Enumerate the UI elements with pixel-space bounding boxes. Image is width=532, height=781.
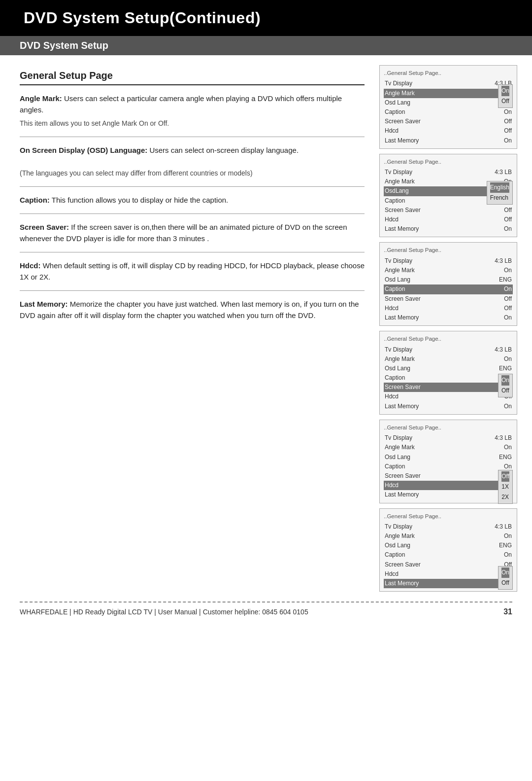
row-label-4-4: Screen Saver [385,471,429,481]
dropdown-item-1-1[interactable]: French [490,193,509,203]
panel-row-1-0: Tv Display4:3 LB [384,168,513,177]
row-value-5-3: On [492,550,512,560]
row-label-5-6: Last Memory [385,579,429,588]
panel-row-5-6: Last MemoryOn [384,579,513,588]
panel-row-0-3: CaptionOn [384,107,513,117]
row-value-4-0: 4:3 LB [492,433,512,443]
row-value-2-2: ENG [492,275,512,284]
screen-saver-label: Screen Saver: [20,223,69,231]
osd-panel-panel-hdcd: ..General Setup Page..Tv Display4:3 LBAn… [379,420,517,503]
dropdown-item-0-1[interactable]: Off [501,96,509,106]
row-label-4-5: Hdcd [385,481,429,490]
osd-language-note: (The languages you can select may differ… [20,168,365,178]
dropdown-item-4-1[interactable]: 1X [501,482,509,492]
panel-row-5-3: CaptionOn [384,550,513,560]
row-label-2-5: Hdcd [385,304,429,313]
footer-text: WHARFEDALE | HD Ready Digital LCD TV | U… [20,608,308,616]
hdcd-text: Hdcd: When default setting is off, it wi… [20,260,365,283]
panel-row-2-3: CaptionOn [384,284,513,294]
dropdown-item-4-2[interactable]: 2X [501,492,509,502]
osd-language-section: On Screen Display (OSD) Language: Users … [20,145,365,178]
row-value-3-0: 4:3 LB [492,345,512,355]
angle-mark-section: Angle Mark: Users can select a particula… [20,93,365,129]
divider-4 [20,252,365,252]
panel-row-4-0: Tv Display4:3 LB [384,433,513,443]
dropdown-0[interactable]: OnOff [498,84,513,108]
panel-row-0-6: Last MemoryOn [384,136,513,145]
dropdown-item-1-0[interactable]: English [490,182,509,193]
row-value-1-5: Off [492,215,512,224]
row-label-0-2: Osd Lang [385,98,429,107]
row-label-2-0: Tv Display [385,256,429,266]
dropdown-1[interactable]: EnglishFrench [487,181,513,205]
panel-row-1-5: HdcdOff [384,215,513,224]
caption-text: Caption: This function allows you to dis… [20,195,365,206]
row-label-3-1: Angle Mark [385,355,429,364]
dropdown-5[interactable]: OnOff [498,566,513,590]
row-label-4-0: Tv Display [385,433,429,443]
row-label-2-4: Screen Saver [385,294,429,304]
general-setup-page-title: General Setup Page [20,70,365,85]
dropdown-item-5-0[interactable]: On [501,568,509,578]
row-value-2-4: Off [492,294,512,304]
panel-title-5: ..General Setup Page.. [384,512,513,521]
row-label-1-2: OsdLang [385,186,429,196]
panel-title-4: ..General Setup Page.. [384,423,513,432]
dropdown-4[interactable]: Off1X2X [498,470,513,504]
hdcd-label: Hdcd: [20,261,41,270]
last-memory-section: Last Memory: Memorize the chapter you ha… [20,299,365,321]
row-label-4-6: Last Memory [385,490,429,499]
row-label-5-1: Angle Mark [385,532,429,541]
last-memory-label: Last Memory: [20,300,68,308]
osd-panel-panel-osd-lang: ..General Setup Page..Tv Display4:3 LBAn… [379,154,517,238]
row-label-1-6: Last Memory [385,224,429,234]
row-label-2-3: Caption [385,284,429,294]
row-value-1-0: 4:3 LB [492,168,512,177]
row-label-1-5: Hdcd [385,215,429,224]
panel-row-3-0: Tv Display4:3 LB [384,345,513,355]
panel-row-5-1: Angle MarkOn [384,532,513,541]
panel-row-0-0: Tv Display4:3 LB [384,79,513,88]
row-label-2-1: Angle Mark [385,266,429,275]
divider-3 [20,213,365,214]
row-label-2-2: Osd Lang [385,275,429,284]
panel-row-5-2: Osd LangENG [384,541,513,550]
row-label-3-5: Hdcd [385,392,429,401]
panel-title-3: ..General Setup Page.. [384,334,513,343]
dropdown-item-4-0[interactable]: Off [501,471,509,482]
panel-title-2: ..General Setup Page.. [384,246,513,254]
divider-2 [20,186,365,187]
title-bar: DVD System Setup(Continued) [0,0,532,36]
panel-row-5-5: HdcdOff [384,569,513,579]
dropdown-item-3-1[interactable]: Off [501,386,509,396]
page-title: DVD System Setup(Continued) [24,9,261,27]
row-value-0-3: On [492,107,512,117]
row-label-4-3: Caption [385,462,429,471]
dropdown-item-3-0[interactable]: On [501,375,509,386]
row-value-3-2: ENG [492,364,512,373]
panel-title-1: ..General Setup Page.. [384,157,513,166]
caption-section: Caption: This function allows you to dis… [20,195,365,206]
dropdown-3[interactable]: OnOff [498,374,513,397]
panel-row-2-1: Angle MarkOn [384,266,513,275]
osd-panel-panel-angle-mark: ..General Setup Page..Tv Display4:3 LBAn… [379,65,517,149]
panel-row-3-3: CaptionOn [384,373,513,383]
panel-row-0-1: Angle MarkOn [384,89,513,98]
dropdown-item-5-1[interactable]: Off [501,578,509,588]
row-label-5-2: Osd Lang [385,541,429,550]
divider-5 [20,290,365,291]
row-label-5-0: Tv Display [385,522,429,532]
row-value-5-0: 4:3 LB [492,522,512,532]
panel-row-1-4: Screen SaverOff [384,206,513,215]
row-label-5-5: Hdcd [385,569,429,579]
row-value-3-1: On [492,355,512,364]
panel-row-3-5: HdcdOff [384,392,513,401]
left-column: General Setup Page Angle Mark: Users can… [0,65,379,592]
row-label-1-0: Tv Display [385,168,429,177]
right-column: ..General Setup Page..Tv Display4:3 LBAn… [379,65,532,592]
row-label-4-1: Angle Mark [385,443,429,452]
dropdown-item-0-0[interactable]: On [501,86,509,96]
osd-panel-panel-caption: ..General Setup Page..Tv Display4:3 LBAn… [379,242,517,326]
row-label-3-4: Screen Saver [385,383,429,392]
hdcd-section: Hdcd: When default setting is off, it wi… [20,260,365,283]
